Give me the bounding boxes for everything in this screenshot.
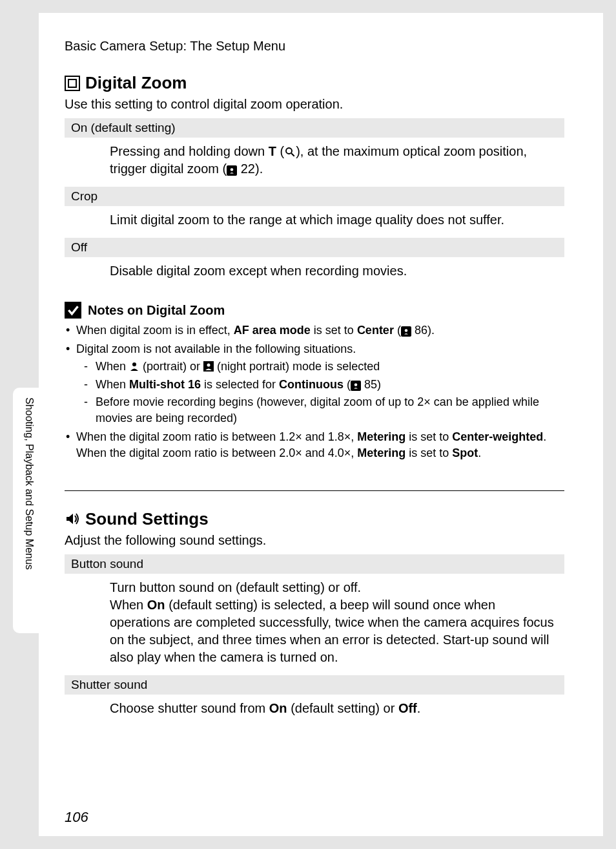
- page-content: Basic Camera Setup: The Setup Menu Digit…: [39, 13, 603, 836]
- portrait-icon: [129, 360, 139, 370]
- txt: 85): [361, 378, 381, 391]
- option-body: Disable digital zoom except when recordi…: [65, 257, 564, 286]
- txt: When the digital zoom ratio is between 1…: [76, 430, 357, 443]
- txt-bold: Center-weighted: [452, 430, 543, 443]
- txt: is set to: [406, 430, 452, 443]
- txt-bold: Off: [398, 701, 417, 715]
- txt: .: [478, 446, 481, 459]
- option-header: On (default setting): [65, 118, 564, 138]
- heading-text: Sound Settings: [85, 509, 209, 529]
- txt-bold: Metering: [357, 446, 406, 459]
- section-divider: [65, 490, 564, 491]
- svg-point-8: [207, 364, 210, 367]
- txt-bold: Multi-shot 16: [129, 378, 201, 391]
- txt: (: [276, 144, 284, 158]
- option-header: Button sound: [65, 554, 564, 574]
- notes-list: When digital zoom is in effect, AF area …: [65, 322, 564, 462]
- svg-point-2: [286, 148, 292, 154]
- txt: (default setting) or: [287, 701, 398, 715]
- check-note-icon: [65, 302, 81, 319]
- option-body: Limit digital zoom to the range at which…: [65, 206, 564, 235]
- night-portrait-icon: [203, 360, 214, 370]
- txt: (default setting) is selected, a beep wi…: [110, 598, 554, 664]
- digital-zoom-icon: [65, 76, 80, 91]
- option-body: Pressing and holding down T (), at the m…: [65, 138, 564, 184]
- txt: Choose shutter sound from: [110, 701, 269, 715]
- txt: is set to: [406, 446, 452, 459]
- txt-bold: T: [269, 144, 276, 158]
- reference-icon: [351, 381, 361, 391]
- magnify-icon: [284, 146, 296, 158]
- page-number: 106: [65, 809, 88, 826]
- heading-sound-settings: Sound Settings: [65, 509, 564, 529]
- notes-title-text: Notes on Digital Zoom: [88, 303, 225, 318]
- txt: When: [96, 378, 129, 391]
- txt: .: [417, 701, 421, 715]
- svg-point-5: [405, 329, 408, 332]
- txt: When: [110, 598, 147, 612]
- txt: is selected for: [201, 378, 279, 391]
- svg-point-4: [231, 168, 234, 171]
- sub-note-item: When Multi-shot 16 is selected for Conti…: [76, 377, 564, 393]
- option-header: Crop: [65, 187, 564, 206]
- sound-intro: Adjust the following sound settings.: [65, 533, 564, 548]
- txt-bold: Center: [357, 324, 394, 337]
- txt: is set to: [311, 324, 357, 337]
- notes-heading: Notes on Digital Zoom: [65, 302, 564, 319]
- svg-rect-1: [68, 79, 76, 87]
- svg-line-3: [291, 153, 294, 156]
- txt-bold: AF area mode: [234, 324, 311, 337]
- txt: Digital zoom is not available in the fol…: [76, 342, 356, 355]
- note-item: Digital zoom is not available in the fol…: [65, 341, 564, 426]
- option-header: Off: [65, 238, 564, 257]
- option-body: Turn button sound on (default setting) o…: [65, 574, 564, 673]
- sub-note-item: Before movie recording begins (however, …: [76, 394, 564, 426]
- sub-note-item: When (portrait) or (night portrait) mode…: [76, 359, 564, 375]
- txt: When: [96, 360, 129, 373]
- reference-icon: [401, 326, 411, 337]
- reference-icon: [227, 165, 237, 176]
- txt-bold: Spot: [452, 446, 478, 459]
- note-item: When the digital zoom ratio is between 1…: [65, 429, 564, 461]
- heading-digital-zoom: Digital Zoom: [65, 73, 564, 93]
- txt: (: [344, 378, 351, 391]
- svg-point-9: [354, 383, 358, 386]
- svg-rect-0: [65, 76, 79, 90]
- txt: (portrait) or: [139, 360, 203, 373]
- txt: 86).: [411, 324, 435, 337]
- option-header: Shutter sound: [65, 675, 564, 695]
- txt: Pressing and holding down: [110, 144, 269, 158]
- txt-bold: Metering: [357, 430, 406, 443]
- txt: (: [394, 324, 401, 337]
- sub-notes: When (portrait) or (night portrait) mode…: [76, 359, 564, 426]
- txt: When digital zoom is in effect,: [76, 324, 234, 337]
- txt: 22).: [237, 162, 263, 176]
- svg-point-6: [132, 362, 136, 366]
- txt: Turn button sound on (default setting) o…: [110, 580, 361, 594]
- txt-bold: Continuous: [279, 378, 344, 391]
- txt-bold: On: [269, 701, 287, 715]
- digital-zoom-intro: Use this setting to control digital zoom…: [65, 97, 564, 112]
- breadcrumb: Basic Camera Setup: The Setup Menu: [65, 39, 564, 54]
- speaker-icon: [65, 511, 80, 527]
- option-body: Choose shutter sound from On (default se…: [65, 695, 564, 724]
- txt: (night portrait) mode is selected: [214, 360, 380, 373]
- side-section-label: Shooting, Playback and Setup Menus: [23, 397, 35, 570]
- note-item: When digital zoom is in effect, AF area …: [65, 322, 564, 339]
- heading-text: Digital Zoom: [85, 73, 187, 93]
- txt-bold: On: [147, 598, 165, 612]
